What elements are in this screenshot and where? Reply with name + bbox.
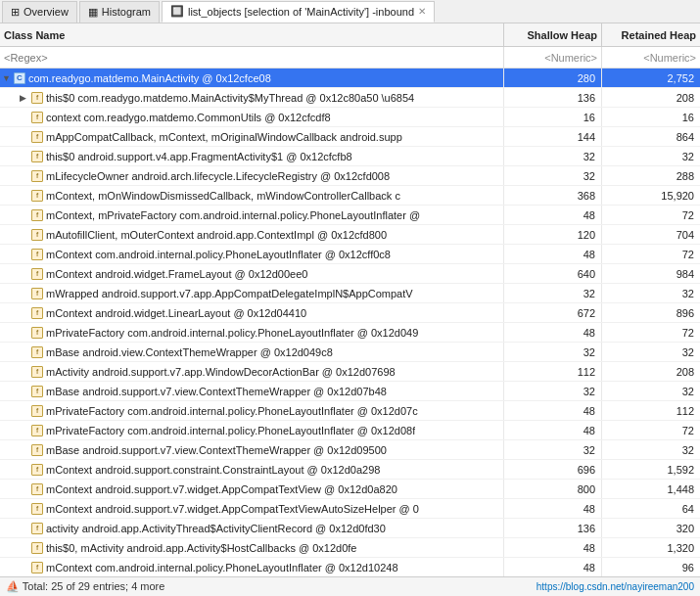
row-shallow-cell: 368 — [504, 186, 602, 205]
field-icon: f — [31, 170, 43, 182]
row-shallow-cell: 136 — [504, 519, 602, 537]
row-shallow-cell: 696 — [504, 460, 602, 479]
table-row[interactable]: fthis$0, mActivity android.app.Activity$… — [0, 538, 700, 558]
row-shallow-cell: 32 — [504, 284, 602, 302]
table-row[interactable]: fmLifecycleOwner android.arch.lifecycle.… — [0, 166, 700, 186]
row-label: activity android.app.ActivityThread$Acti… — [46, 523, 386, 534]
expand-icon[interactable]: ▶ — [20, 93, 29, 103]
table-row[interactable]: fcontext com.readygo.matdemo.CommonUtils… — [0, 108, 700, 127]
row-class-cell: fmContext android.widget.FrameLayout @ 0… — [0, 264, 504, 283]
table-row[interactable]: fmBase android.support.v7.view.ContextTh… — [0, 440, 700, 460]
row-label: mPrivateFactory com.android.internal.pol… — [46, 405, 418, 417]
table-row[interactable]: fmContext com.android.internal.policy.Ph… — [0, 245, 700, 264]
row-label: mBase android.support.v7.view.ContextThe… — [46, 444, 387, 456]
filter-retained-input: <Numeric> — [602, 47, 700, 68]
table-row[interactable]: fmPrivateFactory com.android.internal.po… — [0, 401, 700, 421]
table-row[interactable]: fthis$0 android.support.v4.app.FragmentA… — [0, 147, 700, 166]
row-shallow-cell: 48 — [504, 499, 602, 518]
row-retained-cell: 984 — [602, 264, 700, 283]
table-row[interactable]: fmAppCompatCallback, mContext, mOriginal… — [0, 127, 700, 147]
row-retained-cell: 64 — [602, 499, 700, 518]
field-icon: f — [31, 386, 43, 397]
row-retained-cell: 864 — [602, 127, 700, 146]
row-shallow-cell: 48 — [504, 401, 602, 420]
tab-histogram[interactable]: ▦ Histogram — [79, 1, 160, 23]
col-class-label: Class Name — [4, 29, 65, 41]
row-retained-cell: 1,592 — [602, 460, 700, 479]
field-icon: f — [31, 92, 43, 104]
filter-row: <Numeric> <Numeric> — [0, 47, 700, 69]
table-row[interactable]: fmContext, mPrivateFactory com.android.i… — [0, 206, 700, 225]
status-bar: ⛵ Total: 25 of 29 entries; 4 more https:… — [0, 576, 700, 596]
row-class-cell: fcontext com.readygo.matdemo.CommonUtils… — [0, 108, 504, 126]
field-icon: f — [31, 503, 43, 515]
row-retained-cell: 32 — [602, 147, 700, 165]
row-retained-cell: 208 — [602, 362, 700, 381]
field-icon: f — [31, 327, 43, 339]
row-class-cell: fthis$0, mActivity android.app.Activity$… — [0, 538, 504, 557]
field-icon: f — [31, 190, 43, 202]
row-label: mWrapped android.support.v7.app.AppCompa… — [46, 288, 413, 299]
row-label: mContext android.widget.FrameLayout @ 0x… — [46, 268, 307, 280]
row-retained-cell: 72 — [602, 421, 700, 439]
row-class-cell: fmBase android.support.v7.view.ContextTh… — [0, 382, 504, 400]
table-row[interactable]: fmContext com.android.internal.policy.Ph… — [0, 558, 700, 576]
row-label: mContext android.support.v7.widget.AppCo… — [46, 483, 397, 495]
row-class-cell: fmContext android.support.v7.widget.AppC… — [0, 499, 504, 518]
table-row[interactable]: factivity android.app.ActivityThread$Act… — [0, 519, 700, 538]
row-shallow-cell: 32 — [504, 382, 602, 400]
table-row[interactable]: fmContext android.widget.FrameLayout @ 0… — [0, 264, 700, 284]
row-shallow-cell: 112 — [504, 362, 602, 381]
table-row[interactable]: ▶fthis$0 com.readygo.matdemo.MainActivit… — [0, 88, 700, 108]
table-row[interactable]: fmWrapped android.support.v7.app.AppComp… — [0, 284, 700, 303]
status-link[interactable]: https://blog.csdn.net/nayireeman200 — [537, 581, 694, 592]
table-row[interactable]: fmContext, mOnWindowDismissedCallback, m… — [0, 186, 700, 206]
col-class-name[interactable]: Class Name — [0, 23, 504, 46]
row-shallow-cell: 144 — [504, 127, 602, 146]
expand-icon[interactable]: ▼ — [2, 73, 12, 83]
row-class-cell: fmContext android.widget.LinearLayout @ … — [0, 303, 504, 322]
row-shallow-cell: 48 — [504, 206, 602, 224]
field-icon: f — [31, 112, 43, 123]
table-row[interactable]: fmContext android.widget.LinearLayout @ … — [0, 303, 700, 323]
col-retained-heap[interactable]: Retained Heap — [602, 23, 700, 46]
table-row[interactable]: fmActivity android.support.v7.app.Window… — [0, 362, 700, 382]
class-icon: C — [14, 72, 25, 84]
row-class-cell: ▼Ccom.readygo.matdemo.MainActivity @ 0x1… — [0, 69, 504, 87]
row-class-cell: fmPrivateFactory com.android.internal.po… — [0, 401, 504, 420]
row-label: mPrivateFactory com.android.internal.pol… — [46, 327, 418, 339]
col-shallow-heap[interactable]: Shallow Heap — [504, 23, 602, 46]
table-row[interactable]: ▼Ccom.readygo.matdemo.MainActivity @ 0x1… — [0, 69, 700, 88]
row-class-cell: fmWrapped android.support.v7.app.AppComp… — [0, 284, 504, 302]
table-row[interactable]: fmContext android.support.v7.widget.AppC… — [0, 480, 700, 499]
tab-histogram-label: Histogram — [102, 6, 151, 18]
row-label: context com.readygo.matdemo.CommonUtils … — [46, 112, 331, 123]
tab-list-objects[interactable]: 🔲 list_objects [selection of 'MainActivi… — [162, 1, 435, 23]
row-retained-cell: 32 — [602, 382, 700, 400]
row-label: mBase android.view.ContextThemeWrapper @… — [46, 346, 333, 358]
table-row[interactable]: fmPrivateFactory com.android.internal.po… — [0, 421, 700, 440]
row-class-cell: factivity android.app.ActivityThread$Act… — [0, 519, 504, 537]
row-shallow-cell: 136 — [504, 88, 602, 107]
tab-overview[interactable]: ⊞ Overview — [2, 1, 77, 23]
row-shallow-cell: 48 — [504, 538, 602, 557]
row-class-cell: fmContext com.android.internal.policy.Ph… — [0, 245, 504, 263]
field-icon: f — [31, 249, 43, 260]
filter-class-input[interactable] — [0, 47, 504, 68]
table-row[interactable]: fmAutofillClient, mOuterContext android.… — [0, 225, 700, 245]
table-row[interactable]: fmBase android.support.v7.view.ContextTh… — [0, 382, 700, 401]
row-retained-cell: 112 — [602, 401, 700, 420]
table-row[interactable]: fmPrivateFactory com.android.internal.po… — [0, 323, 700, 343]
field-icon: f — [31, 268, 43, 280]
table-row[interactable]: fmContext android.support.constraint.Con… — [0, 460, 700, 480]
field-icon: f — [31, 288, 43, 299]
row-class-cell: fmBase android.view.ContextThemeWrapper … — [0, 343, 504, 361]
filter-shallow-input: <Numeric> — [504, 47, 602, 68]
field-icon: f — [31, 307, 43, 319]
row-shallow-cell: 48 — [504, 558, 602, 576]
row-label: this$0, mActivity android.app.Activity$H… — [46, 542, 356, 554]
table-row[interactable]: fmContext android.support.v7.widget.AppC… — [0, 499, 700, 519]
row-retained-cell: 208 — [602, 88, 700, 107]
tab-close-icon[interactable]: ✕ — [418, 6, 426, 17]
table-row[interactable]: fmBase android.view.ContextThemeWrapper … — [0, 343, 700, 362]
